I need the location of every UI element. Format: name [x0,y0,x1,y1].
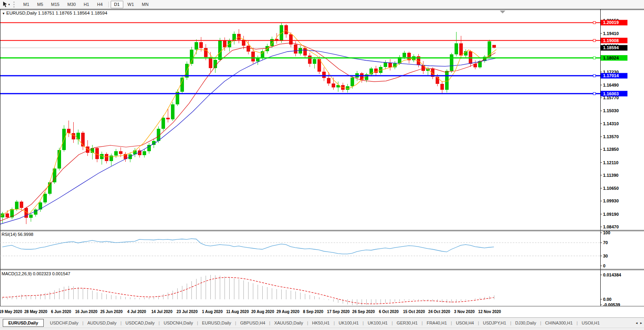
candle-bullish [445,71,449,90]
date-tick-label: 11 Aug 2020 [226,310,249,314]
price-tick-label: 1.14310 [603,121,619,126]
price-chart-canvas[interactable]: ▼EURUSD,Daily 1.18751 1.18765 1.18564 1.… [0,9,644,317]
tab-separator: | [478,321,479,325]
hline-handle[interactable] [593,93,596,95]
tab-separator: | [540,321,541,325]
date-tick-label: 24 Oct 2020 [428,310,450,314]
price-tick-label: 1.08470 [603,224,619,229]
chart-tab-uk100-h1[interactable]: UK100,H1 [364,319,391,326]
cursor-tool-button[interactable]: ▾ [1,1,11,8]
candle-bearish [209,57,212,68]
hline-price-label: 1.17014 [603,73,619,78]
candle-wick [428,67,428,76]
candle-bullish [369,69,373,74]
price-tick-label: 1.19410 [603,31,619,36]
candle-bearish [95,148,99,159]
chart-tab-gbpusd-h4[interactable]: GBPUSD,H4 [237,319,269,326]
chart-tab-uk100-h1[interactable]: UK100,H1 [335,319,362,326]
candle-wick [73,122,74,143]
timeframe-button-h1[interactable]: H1 [80,1,93,8]
chart-tab-bar: EURUSD,DailyUSDCHF,Daily|AUDUSD,Daily|US… [0,317,644,328]
tab-scroll-right-icon[interactable]: ▸ [640,321,642,325]
candle-bullish [109,156,113,161]
candle-bearish [247,46,250,52]
tab-separator: | [269,321,270,325]
candle-bullish [171,104,174,119]
candle-bearish [6,213,9,217]
date-tick-label: 17 Sep 2020 [327,310,350,314]
date-tick-label: 26 Sep 2020 [352,310,375,314]
date-tick-label: 14 Jul 2020 [151,310,173,314]
chart-tab-usdcnh-daily[interactable]: USDCNH,Daily [160,319,197,326]
timeframe-button-m5[interactable]: M5 [33,1,46,8]
chart-window[interactable]: ▼EURUSD,Daily 1.18751 1.18765 1.18564 1.… [0,9,644,317]
timeframe-button-m1[interactable]: M1 [20,1,33,8]
rsi-tick-label: 70 [603,240,608,245]
chart-tab-usdcad-daily[interactable]: USDCAD,Daily [122,319,158,326]
date-tick-label: 8 Sep 2020 [303,310,323,314]
hline-handle[interactable] [593,74,596,77]
hline-handle[interactable] [593,21,596,24]
rsi-tick-label: 100 [603,230,610,235]
chart-tab-usoil-h4[interactable]: USOil,H4 [452,319,477,326]
candle-bearish [492,45,496,48]
tab-separator: | [363,321,364,325]
hline-handle[interactable] [593,57,596,59]
chart-tab-ger30-h1[interactable]: GER30,H1 [393,319,421,326]
date-tick-label: 25 Jun 2020 [100,310,123,314]
candle-bearish [440,84,444,90]
chart-tab-xauusd-daily[interactable]: XAUUSD,Daily [271,319,306,326]
chart-tab-eurusd-daily[interactable]: EURUSD,Daily [199,319,235,326]
chart-tab-usdchf-daily[interactable]: USDCHF,Daily [46,319,82,326]
candle-bullish [114,151,118,156]
chart-background [0,9,644,317]
chart-tab-hk50-h1[interactable]: HK50,H1 [308,319,333,326]
tab-separator: | [510,321,511,325]
tab-separator: | [334,321,335,325]
candle-bullish [161,118,165,129]
timeframe-button-mn[interactable]: MN [138,1,152,8]
candle-bullish [228,41,231,47]
toolbar-grip[interactable] [13,2,16,7]
candle-wick [277,33,277,44]
date-tick-label: 4 Jul 2020 [127,310,146,314]
candle-bullish [299,48,302,53]
candle-bullish [351,78,354,86]
tab-scroll-left-icon[interactable]: ◂ [636,321,638,325]
chart-tab-usdjpy-h1[interactable]: USDJPY,H1 [479,319,510,326]
candle-bearish [459,43,463,56]
date-tick-label: 15 Oct 2020 [403,310,425,314]
chart-tab-dj30-daily[interactable]: DJ30,Daily [512,319,540,326]
chart-tab-usoil-h1[interactable]: USOil,H1 [578,319,603,326]
hline-handle[interactable] [593,39,596,42]
candle-bullish [195,42,198,50]
chart-tab-fra40-h1[interactable]: FRA40,H1 [423,319,450,326]
date-tick-label: 1 Aug 2020 [202,310,223,314]
candle-bearish [436,77,439,84]
timeframe-button-h4[interactable]: H4 [93,1,106,8]
candle-bearish [119,151,122,154]
candle-bearish [284,25,288,35]
price-tick-label: 1.12850 [603,147,619,152]
candle-bearish [67,129,71,133]
timeframe-button-m15[interactable]: M15 [48,1,63,8]
timeframe-button-m30[interactable]: M30 [64,1,79,8]
price-tick-label: 1.15030 [603,108,619,113]
rsi-tick-label: 0 [603,263,605,268]
chart-tab-china300-h1[interactable]: CHINA300,H1 [542,319,576,326]
hline-price-label: 1.20019 [603,20,619,25]
chart-tab-audusd-daily[interactable]: AUDUSD,Daily [84,319,120,326]
date-tick-label: 6 Oct 2020 [379,310,399,314]
candle-bullish [43,194,47,202]
date-tick-label: 20 Aug 2020 [251,310,274,314]
hline-price-label: 1.18024 [603,56,619,60]
chart-collapse-icon: ▼ [2,12,5,15]
candle-bearish [166,118,170,119]
date-tick-label: 28 May 2020 [24,310,48,314]
timeframe-button-w1[interactable]: W1 [124,1,138,8]
timeframe-button-d1[interactable]: D1 [111,1,123,8]
candle-bearish [72,133,75,139]
candle-bullish [213,60,217,68]
candle-bullish [143,151,146,155]
chart-tab-eurusd-daily[interactable]: EURUSD,Daily [3,319,44,327]
